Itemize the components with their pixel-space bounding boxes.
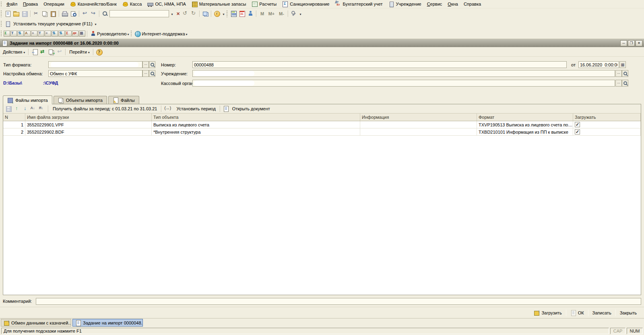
cell-format[interactable]: TXVP190513 Выписка из лицевого счета по… (477, 121, 573, 128)
col-header-n[interactable]: N (3, 114, 25, 121)
report-icon[interactable] (72, 31, 78, 37)
settings-dropdown-button[interactable] (298, 10, 303, 18)
menu-service[interactable]: Сервис (424, 0, 445, 8)
cut-button[interactable] (32, 10, 41, 18)
toolbar-grip[interactable] (0, 30, 2, 37)
exchange-open-button[interactable] (149, 70, 155, 77)
memory-m-button[interactable]: M (258, 10, 266, 18)
toolbar-grip[interactable] (0, 1, 2, 7)
cell-format[interactable]: TXBD210101 Информация из ПП к выписке (477, 128, 573, 135)
actions-menu-button[interactable]: Действия (1, 49, 27, 55)
undo-button[interactable] (81, 10, 89, 18)
print-preview-button[interactable] (69, 10, 78, 18)
cell-type[interactable]: *Внутренняя структура (152, 128, 360, 135)
close-window-button[interactable]: Закрыть (617, 310, 640, 316)
table-row[interactable]: 2 35520229902.BDF *Внутренняя структура … (3, 128, 641, 136)
number-field[interactable] (192, 61, 567, 68)
report-icon[interactable] (52, 31, 58, 37)
toolbar-grip[interactable] (0, 10, 2, 17)
exchange-settings-field[interactable] (48, 70, 142, 77)
report-icon[interactable] (45, 31, 51, 37)
memory-m-plus-button[interactable]: M+ (266, 10, 277, 18)
move-up-button[interactable] (13, 105, 21, 113)
menu-windows[interactable]: Окна (445, 0, 461, 8)
col-header-type[interactable]: Тип объекта (152, 114, 360, 121)
col-header-load[interactable]: Загружать (573, 114, 641, 121)
toolbar-grip[interactable] (226, 10, 228, 17)
internet-support-button[interactable]: Интернет-поддержка (134, 29, 188, 38)
institution-choose-button[interactable] (615, 70, 622, 77)
copy-button[interactable] (41, 10, 49, 18)
col-header-file[interactable]: Имя файла загрузки (25, 114, 152, 121)
write-button[interactable]: Записать (589, 310, 615, 316)
comment-field[interactable] (36, 298, 641, 305)
menu-cash[interactable]: Касса (120, 0, 145, 8)
calendar-button[interactable] (238, 10, 246, 18)
date-picker-button[interactable] (619, 61, 626, 68)
menu-help[interactable]: Справка (461, 0, 484, 8)
revert-button[interactable] (56, 48, 64, 56)
sort-asc-button[interactable] (30, 105, 38, 113)
exchange-button[interactable] (39, 48, 47, 56)
get-files-period-button[interactable]: Получить файлы за период: с 01.03.21 по … (50, 106, 160, 111)
menu-file[interactable]: Файл (4, 0, 20, 8)
menu-calculations[interactable]: Расчеты (249, 0, 279, 8)
cell-file[interactable]: 35520229901.VPF (25, 121, 152, 128)
minimize-button[interactable]: ─ (620, 40, 627, 46)
report-icon[interactable] (38, 31, 44, 37)
tab-files[interactable]: Файлы (108, 96, 139, 104)
menu-fixed-assets[interactable]: ОС, НМА, НПА (144, 0, 188, 8)
sort-desc-button[interactable] (38, 105, 47, 113)
paste-button[interactable] (49, 10, 58, 18)
cell-info[interactable] (360, 121, 477, 128)
cash-organ-open-button[interactable] (622, 80, 628, 87)
cash-organ-choose-button[interactable] (615, 80, 622, 87)
clear-search-button[interactable]: ✕ (175, 10, 181, 18)
calculator-button[interactable] (229, 10, 238, 18)
ok-button[interactable]: ОК (567, 309, 587, 316)
settings-button[interactable] (290, 10, 298, 18)
temporary-lock-button[interactable] (246, 10, 255, 18)
menu-accounting[interactable]: Бухгалтерский учет (332, 0, 385, 8)
col-header-info[interactable]: Информация (360, 114, 477, 121)
close-button[interactable]: ✕ (636, 40, 642, 46)
table-row[interactable]: 1 35520229901.VPF Выписка из лицевого сч… (3, 121, 641, 128)
report-icon[interactable] (10, 31, 17, 37)
menu-material-stock[interactable]: Материальные запасы (189, 0, 249, 8)
tab-import-files[interactable]: Файлы импорта (3, 95, 52, 104)
help-button[interactable] (95, 48, 103, 56)
print-button[interactable] (61, 10, 69, 18)
open-button[interactable] (12, 10, 21, 18)
open-document-button[interactable]: Открыть документ (222, 106, 273, 112)
cash-organ-field[interactable] (192, 80, 615, 87)
menu-treasury-bank[interactable]: Казначейство/Банк (67, 0, 120, 8)
report-icon[interactable] (31, 31, 37, 37)
move-down-button[interactable] (21, 105, 30, 113)
menu-operations[interactable]: Операции (41, 0, 67, 8)
copy-document-button[interactable] (47, 48, 56, 56)
menu-institution[interactable]: Учреждение (386, 0, 424, 8)
load-checkbox[interactable] (575, 122, 580, 127)
next-reference-button[interactable] (190, 10, 198, 18)
restore-button[interactable]: ❐ (628, 40, 635, 46)
info-dropdown-button[interactable] (221, 10, 226, 18)
date-field[interactable] (578, 61, 619, 68)
col-header-format[interactable]: Формат (477, 114, 573, 121)
grid-save-button[interactable] (4, 105, 13, 113)
memory-m-minus-button[interactable]: M- (277, 10, 287, 18)
report-icon[interactable] (58, 31, 65, 37)
taskbar-item-exchange[interactable]: Обмен данными с казначей... (1, 319, 71, 327)
manager-reports-button[interactable]: Руководителю (89, 29, 130, 38)
report-icon[interactable] (24, 31, 31, 37)
exchange-choose-button[interactable] (142, 70, 149, 77)
report-icon[interactable] (4, 31, 10, 37)
redo-button[interactable] (89, 10, 98, 18)
prev-reference-button[interactable] (181, 10, 190, 18)
toolbar-grip[interactable] (130, 30, 132, 37)
menu-edit[interactable]: Правка (20, 0, 41, 8)
institution-open-button[interactable] (622, 70, 628, 77)
report-icon[interactable] (79, 31, 85, 37)
cell-info[interactable] (360, 128, 477, 135)
report-icon[interactable] (65, 31, 72, 37)
new-document-button[interactable] (4, 10, 12, 18)
